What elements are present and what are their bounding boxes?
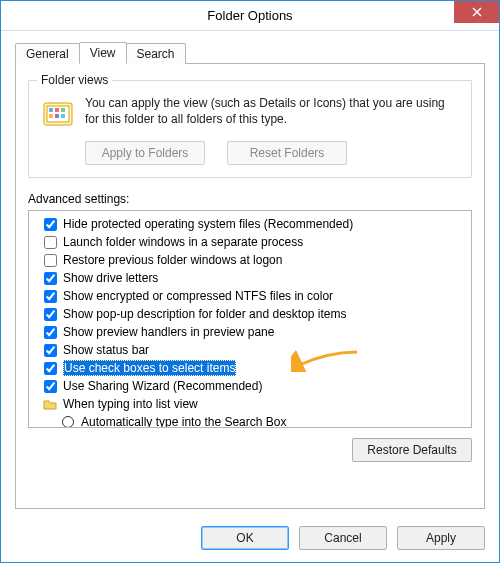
dialog-button-row: OK Cancel Apply xyxy=(15,526,485,550)
advanced-settings-label: Advanced settings: xyxy=(28,192,472,206)
advanced-item-label: When typing into list view xyxy=(63,396,198,412)
titlebar: Folder Options xyxy=(1,1,499,31)
advanced-item-label: Show encrypted or compressed NTFS files … xyxy=(63,288,333,304)
folder-views-legend: Folder views xyxy=(37,73,112,87)
advanced-item-label: Show pop-up description for folder and d… xyxy=(63,306,347,322)
group-folder-icon xyxy=(43,397,57,411)
svg-rect-2 xyxy=(49,108,53,112)
reset-folders-button[interactable]: Reset Folders xyxy=(227,141,347,165)
checkbox-icon[interactable] xyxy=(43,271,57,285)
advanced-item-label: Launch folder windows in a separate proc… xyxy=(63,234,303,250)
checkbox-icon[interactable] xyxy=(43,307,57,321)
advanced-item-label: Restore previous folder windows at logon xyxy=(63,252,282,268)
advanced-item-label: Hide protected operating system files (R… xyxy=(63,216,353,232)
advanced-item-label: Use check boxes to select items xyxy=(63,360,236,376)
checkbox-icon[interactable] xyxy=(43,217,57,231)
checkbox-icon[interactable] xyxy=(43,325,57,339)
tab-general[interactable]: General xyxy=(15,43,80,64)
svg-rect-6 xyxy=(55,114,59,118)
advanced-item[interactable]: Show drive letters xyxy=(33,269,467,287)
checkbox-icon[interactable] xyxy=(43,379,57,393)
window-title: Folder Options xyxy=(207,8,292,23)
cancel-button[interactable]: Cancel xyxy=(299,526,387,550)
advanced-item[interactable]: Use check boxes to select items xyxy=(33,359,467,377)
client-area: General View Search Folder views xyxy=(1,31,499,562)
checkbox-icon[interactable] xyxy=(43,343,57,357)
checkbox-icon[interactable] xyxy=(43,235,57,249)
advanced-item[interactable]: Hide protected operating system files (R… xyxy=(33,215,467,233)
folder-views-group: Folder views xyxy=(28,80,472,178)
tab-panel-view: Folder views xyxy=(15,63,485,509)
advanced-item-label: Show status bar xyxy=(63,342,149,358)
svg-rect-4 xyxy=(61,108,65,112)
advanced-item[interactable]: Show encrypted or compressed NTFS files … xyxy=(33,287,467,305)
svg-rect-3 xyxy=(55,108,59,112)
apply-button[interactable]: Apply xyxy=(397,526,485,550)
advanced-item[interactable]: Launch folder windows in a separate proc… xyxy=(33,233,467,251)
tab-strip: General View Search xyxy=(15,41,485,63)
radio-icon[interactable] xyxy=(61,415,75,428)
tab-search[interactable]: Search xyxy=(126,43,186,64)
checkbox-icon[interactable] xyxy=(43,361,57,375)
advanced-item[interactable]: Show status bar xyxy=(33,341,467,359)
svg-rect-7 xyxy=(61,114,65,118)
folder-views-icon xyxy=(41,97,75,131)
advanced-item-label: Show drive letters xyxy=(63,270,158,286)
close-icon xyxy=(472,4,482,20)
advanced-item[interactable]: Restore previous folder windows at logon xyxy=(33,251,467,269)
advanced-settings-list[interactable]: Hide protected operating system files (R… xyxy=(28,210,472,428)
advanced-item-label: Show preview handlers in preview pane xyxy=(63,324,274,340)
advanced-item[interactable]: Show preview handlers in preview pane xyxy=(33,323,467,341)
svg-rect-5 xyxy=(49,114,53,118)
close-button[interactable] xyxy=(454,1,499,23)
tab-view[interactable]: View xyxy=(79,42,127,64)
advanced-item[interactable]: Use Sharing Wizard (Recommended) xyxy=(33,377,467,395)
apply-to-folders-button[interactable]: Apply to Folders xyxy=(85,141,205,165)
folder-views-text: You can apply the view (such as Details … xyxy=(85,95,459,131)
advanced-item[interactable]: When typing into list view xyxy=(33,395,467,413)
restore-defaults-button[interactable]: Restore Defaults xyxy=(352,438,472,462)
advanced-item-label: Use Sharing Wizard (Recommended) xyxy=(63,378,262,394)
checkbox-icon[interactable] xyxy=(43,253,57,267)
folder-options-window: Folder Options General View Search Folde… xyxy=(0,0,500,563)
advanced-item[interactable]: Show pop-up description for folder and d… xyxy=(33,305,467,323)
ok-button[interactable]: OK xyxy=(201,526,289,550)
checkbox-icon[interactable] xyxy=(43,289,57,303)
advanced-item[interactable]: Automatically type into the Search Box xyxy=(33,413,467,428)
advanced-item-label: Automatically type into the Search Box xyxy=(81,414,286,428)
